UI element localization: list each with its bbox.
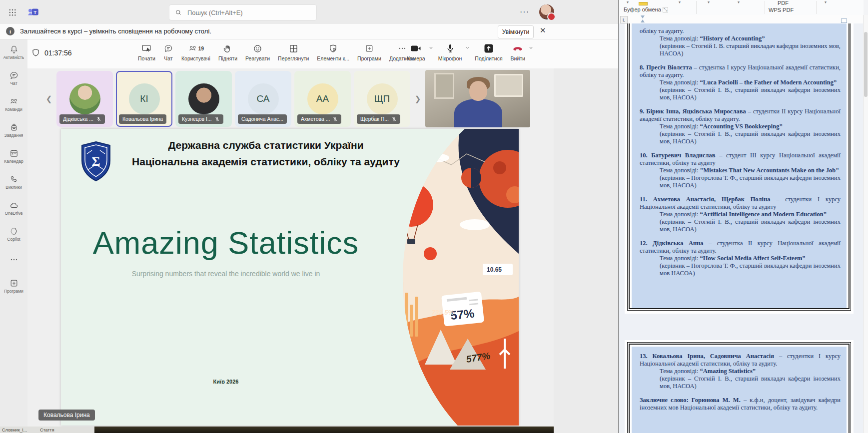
word-processor-window: ▾ ▾ ▾ ▾ ▾ Буфер обмена ⤡ PDF WPS PDF L о… [618,0,868,433]
ribbon-dropdown-icon[interactable]: ▾ [738,0,740,4]
chevron-down-icon[interactable] [528,44,534,51]
search-box[interactable] [169,4,317,20]
selected-text-block[interactable]: обліку та аудиту. Тема доповіді: “Histor… [632,23,847,308]
student-name: 11. Ахметова Анастасія, Щербак Поліна [640,196,770,203]
toolbar-button[interactable]: Переглянути [274,41,313,62]
search-input[interactable] [186,8,288,17]
chevron-down-icon[interactable] [428,44,434,51]
highlight-color-swatch[interactable] [639,2,648,5]
mic-off-icon [96,116,101,122]
enable-notifications-button[interactable]: Увімкнути [498,25,534,38]
toolbar-button[interactable]: Чат [159,41,177,62]
sidebar-item[interactable]: Календар [0,143,27,168]
device-button[interactable]: Поділитися [473,41,505,62]
page-border-frame: 13. Ковальова Ірина, Садовнича Анастасія… [629,344,850,433]
toolbar-button[interactable]: Підняти [214,41,241,62]
toolbar-button[interactable]: 19 Користувачі [177,41,214,62]
camera-icon [410,42,422,54]
sidebar-item[interactable]: Виклики [0,169,27,194]
meeting-timer: 01:37:56 [31,48,72,57]
vertical-scrollbar[interactable] [863,15,868,433]
people-icon [188,43,198,53]
toolbar-button[interactable]: Програми [353,41,385,62]
sidebar-item[interactable]: Команди [0,91,27,116]
student-name: 13. Ковальова Ірина, Садовнича Анастасія [640,353,774,360]
report-topic: “Luca Paciolli – the Father of Modern Ac… [700,79,837,86]
participant-tile[interactable]: КІ Ковальова Ірина [116,71,172,127]
teams-logo-icon[interactable]: T [27,5,40,18]
document-list-item: 11. Ахметова Анастасія, Щербак Поліна – … [640,196,841,233]
teams-topbar: T ··· [0,0,618,24]
student-name: 10. Батуревич Владислав [640,152,716,159]
toolbar-button[interactable]: Елементи к... [313,41,353,62]
supervisor-line: (керівник – Стогній І. В., старший викла… [640,218,841,233]
background-dark-strip [94,427,554,433]
participant-tiles: Дідківська ... КІ Ковальова Ірина Кузнец… [56,71,410,127]
chevron-down-icon[interactable] [464,44,471,51]
report-topic: "Mistakes That New Accountants Make on t… [700,167,840,174]
tasks-icon [9,122,19,132]
user-avatar[interactable] [539,4,554,19]
pdf-label: PDF [778,0,789,6]
report-topic: “Accounting VS Bookkeeping” [700,123,783,130]
document-list-item: 8. Пресіч Віолєтта – студентка І курсу Н… [640,64,841,101]
participant-name-pill: Дідківська ... [59,114,105,124]
sidebar-item[interactable]: Активність [0,39,27,64]
topbar-more-icon[interactable]: ··· [520,7,529,16]
supervisor-line: (керівник – Погорєлова Т. Ф., старший ви… [640,262,841,277]
participant-tile[interactable]: АА Ахметова ... [294,71,351,127]
toolbar-button[interactable]: Почати [134,41,159,62]
toolbar-button[interactable]: Реагувати [241,41,274,62]
student-name: 9. Бірюк Інна, Яцківська Мирослава [640,108,746,115]
device-button[interactable]: Мікрофон [436,41,470,62]
live-video-tile[interactable] [425,70,530,127]
sidebar-item[interactable]: Copilot [0,221,27,246]
dialog-launcher-icon[interactable]: ⤡ [663,7,668,12]
scrollbar-thumb[interactable] [864,32,868,97]
right-indent-marker[interactable] [842,19,847,22]
background-tab-1[interactable]: Словник_і... [2,428,27,433]
sidebar-item[interactable]: OneDrive [0,195,27,220]
sidebar-item[interactable]: Програми [0,273,27,298]
selected-text-block[interactable]: 13. Ковальова Ірина, Садовнича Анастасія… [632,347,847,433]
avatar: СА [248,83,279,114]
ribbon-dropdown-icon[interactable]: ▾ [825,0,827,4]
participant-tile[interactable]: Кузнецов І... [175,71,232,127]
leave-icon [512,42,524,54]
background-tab-2[interactable]: Стаття [40,428,54,433]
teams-window: T ··· i Залишайтеся в курсі – увімкніть … [0,0,618,433]
tab-selector[interactable]: L [620,16,628,23]
horizontal-ruler[interactable]: L [619,15,864,24]
chat-icon [9,70,19,80]
banner-close-icon[interactable]: ✕ [540,26,546,35]
app-launcher-waffle-icon[interactable] [6,6,19,19]
sidebar-item[interactable]: Чат [0,65,27,90]
search-icon [174,8,182,16]
avatar: ЩП [367,83,398,114]
document-page-1: обліку та аудиту. Тема доповіді: “Histor… [625,23,854,314]
ribbon-dropdown-icon[interactable]: ▾ [708,0,710,4]
ribbon-dropdown-icon[interactable]: ▾ [627,0,629,4]
device-button[interactable]: Вийти [509,41,533,62]
student-name: 12. Дідківська Анна [640,240,704,247]
document-canvas[interactable]: обліку та аудиту. Тема доповіді: “Histor… [619,23,864,433]
sidebar-item[interactable] [0,247,27,272]
participant-tile[interactable]: СА Садонича Анас... [235,71,291,127]
ribbon-dropdown-icon[interactable]: ▾ [679,0,681,4]
background-frame [434,73,454,99]
avatar [188,83,219,114]
person-face [469,81,487,101]
toolbar-divider [398,44,398,62]
first-line-indent-marker[interactable] [641,15,645,18]
scroll-left-icon[interactable]: ❮ [44,91,53,106]
student-name: 8. Пресіч Віолєтта [640,64,692,71]
participant-tile[interactable]: ЩП Щербак П... [354,71,410,127]
toolbar-buttons: Почати Чат 19 Користувачі Підняти Реагув… [134,41,419,62]
participant-tile[interactable]: Дідківська ... [56,71,113,127]
scroll-right-icon[interactable]: ❯ [413,91,422,106]
device-button[interactable]: Камера [405,41,433,62]
presence-busy-dot [547,12,556,21]
hanging-indent-marker[interactable] [641,19,645,22]
participant-name-pill: Ахметова ... [297,114,341,124]
sidebar-item[interactable]: Завдання [0,117,27,142]
